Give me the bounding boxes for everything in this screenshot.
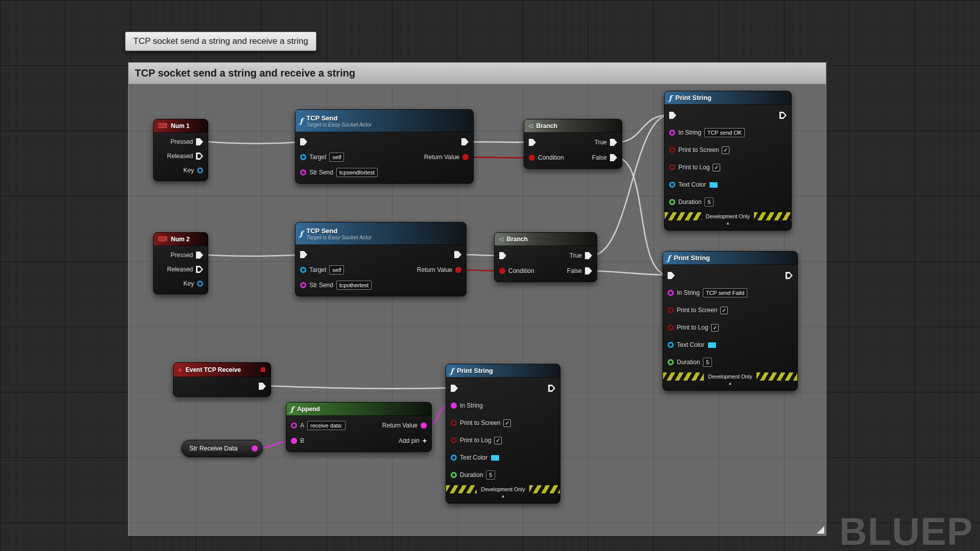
duration-value-field[interactable]: 5 — [486, 470, 495, 480]
print-to-screen-pin[interactable] — [451, 420, 457, 426]
in-string-input-pin[interactable] — [669, 130, 675, 136]
b-input-pin[interactable] — [291, 438, 297, 444]
node-print-string-2[interactable]: ƒ Print String In String TCP send Faild … — [663, 251, 798, 391]
text-color-pin[interactable] — [451, 455, 457, 461]
target-input-pin[interactable] — [300, 267, 306, 273]
key-output-pin[interactable] — [197, 167, 203, 173]
pin-label-print-to-screen: Print to Screen — [460, 419, 500, 427]
print-to-screen-checkbox[interactable]: ✓ — [503, 419, 511, 427]
return-value-output-pin[interactable] — [455, 267, 461, 273]
blueprint-graph-canvas[interactable]: BLUEP TCP socket send a string and recei… — [0, 0, 980, 551]
return-value-output-pin[interactable] — [462, 154, 469, 160]
node-title: Branch — [506, 236, 527, 243]
str-send-input-pin[interactable] — [300, 282, 306, 288]
print-to-log-pin[interactable] — [668, 324, 674, 331]
exec-in-pin[interactable] — [668, 272, 675, 279]
node-title: Print String — [674, 254, 710, 262]
node-title: Event TCP Receive — [185, 366, 241, 373]
str-send-value-field[interactable]: tcpsendfortest — [336, 168, 378, 177]
str-send-value-field[interactable]: tcpothertest — [336, 281, 372, 290]
node-branch-1[interactable]: ◁ Branch True Condition False — [524, 119, 622, 169]
comment-resize-handle[interactable] — [817, 526, 824, 534]
exec-out-pin[interactable] — [461, 138, 469, 145]
exec-out-pin[interactable] — [259, 383, 266, 390]
exec-in-pin[interactable] — [451, 385, 458, 392]
text-color-swatch[interactable] — [709, 182, 718, 188]
exec-in-pin[interactable] — [669, 112, 676, 119]
print-to-log-checkbox[interactable]: ✓ — [494, 437, 502, 444]
exec-out-pin[interactable] — [786, 272, 793, 279]
text-color-swatch[interactable] — [491, 455, 500, 461]
in-string-value-field[interactable]: TCP send Faild — [703, 288, 748, 297]
target-input-pin[interactable] — [300, 154, 306, 160]
exec-in-pin[interactable] — [529, 139, 536, 146]
exec-in-pin[interactable] — [499, 252, 506, 259]
duration-pin[interactable] — [451, 472, 457, 478]
collapse-advanced-arrow[interactable]: ▲ — [663, 381, 797, 387]
node-str-receive-data-getter[interactable]: Str Receive Data — [181, 440, 263, 457]
text-color-swatch[interactable] — [707, 342, 717, 348]
exec-out-pin-true[interactable] — [585, 252, 592, 259]
node-print-string-1[interactable]: ƒ Print String In String TCP send OK Pri… — [664, 91, 792, 231]
a-input-pin[interactable] — [291, 422, 297, 429]
text-color-pin[interactable] — [669, 182, 675, 188]
duration-value-field[interactable]: 5 — [703, 358, 712, 367]
print-to-log-checkbox[interactable]: ✓ — [713, 164, 720, 171]
comment-header[interactable]: TCP socket send a string and receive a s… — [129, 63, 826, 84]
add-pin-button[interactable]: + — [423, 437, 427, 444]
exec-out-pin[interactable] — [454, 251, 461, 258]
duration-pin[interactable] — [668, 359, 674, 365]
node-tcp-send-1[interactable]: ƒ TCP Send Target is Easy Socket Actor T… — [295, 109, 474, 184]
print-to-log-pin[interactable] — [451, 437, 457, 443]
function-icon: ƒ — [290, 405, 293, 413]
exec-out-pin-false[interactable] — [610, 154, 617, 161]
node-event-tcp-receive[interactable]: ◆ Event TCP Receive — [173, 362, 271, 397]
a-value-field[interactable]: receive data: — [307, 421, 346, 430]
in-string-value-field[interactable]: TCP send OK — [704, 128, 745, 137]
print-to-log-pin[interactable] — [669, 164, 675, 170]
key-output-pin[interactable] — [197, 281, 203, 287]
node-num2-key-event[interactable]: ⌨ Num 2 Pressed Released Key — [153, 232, 208, 294]
node-num1-key-event[interactable]: ⌨ Num 1 Pressed Released Key — [153, 119, 208, 181]
string-output-pin[interactable] — [252, 445, 258, 452]
collapse-advanced-arrow[interactable]: ▲ — [446, 493, 560, 500]
node-branch-2[interactable]: ◁ Branch True Condition False — [494, 232, 597, 282]
print-to-screen-checkbox[interactable]: ✓ — [722, 146, 729, 154]
exec-out-pin-pressed[interactable] — [196, 252, 203, 259]
exec-out-pin-pressed[interactable] — [196, 138, 203, 145]
exec-out-pin-true[interactable] — [610, 139, 617, 146]
hazard-stripe — [663, 372, 704, 381]
text-color-pin[interactable] — [668, 342, 674, 348]
print-to-screen-checkbox[interactable]: ✓ — [720, 307, 728, 314]
exec-in-pin[interactable] — [300, 251, 307, 258]
target-value-field[interactable]: self — [329, 153, 344, 162]
node-header: ƒ Print String — [446, 364, 560, 378]
duration-pin[interactable] — [669, 199, 675, 205]
exec-out-pin[interactable] — [779, 112, 787, 119]
print-to-screen-pin[interactable] — [669, 147, 675, 153]
pin-label-true: True — [570, 252, 582, 259]
node-tcp-send-2[interactable]: ƒ TCP Send Target is Easy Socket Actor T… — [295, 222, 467, 296]
condition-input-pin[interactable] — [499, 268, 505, 274]
print-to-log-checkbox[interactable]: ✓ — [711, 324, 719, 332]
pin-label-key: Key — [183, 167, 194, 174]
node-append[interactable]: ƒ Append A receive data: Return Value B — [286, 402, 432, 452]
exec-in-pin[interactable] — [300, 138, 307, 145]
exec-out-pin-released[interactable] — [196, 153, 203, 160]
in-string-input-pin[interactable] — [668, 290, 674, 296]
duration-value-field[interactable]: 5 — [704, 197, 714, 207]
target-value-field[interactable]: self — [329, 265, 344, 274]
condition-input-pin[interactable] — [529, 155, 535, 161]
exec-out-pin-released[interactable] — [196, 266, 203, 273]
function-icon: ƒ — [300, 230, 303, 238]
exec-out-pin-false[interactable] — [585, 267, 592, 274]
str-send-input-pin[interactable] — [300, 169, 306, 176]
print-to-screen-pin[interactable] — [668, 307, 674, 313]
pin-label-pressed: Pressed — [170, 138, 193, 145]
return-value-output-pin[interactable] — [421, 422, 427, 429]
exec-out-pin[interactable] — [548, 385, 555, 392]
pin-label-return-value: Return Value — [382, 422, 418, 429]
in-string-input-pin[interactable] — [451, 403, 457, 409]
collapse-advanced-arrow[interactable]: ▲ — [665, 220, 791, 227]
node-print-string-3[interactable]: ƒ Print String In String Print to Screen… — [446, 364, 560, 504]
